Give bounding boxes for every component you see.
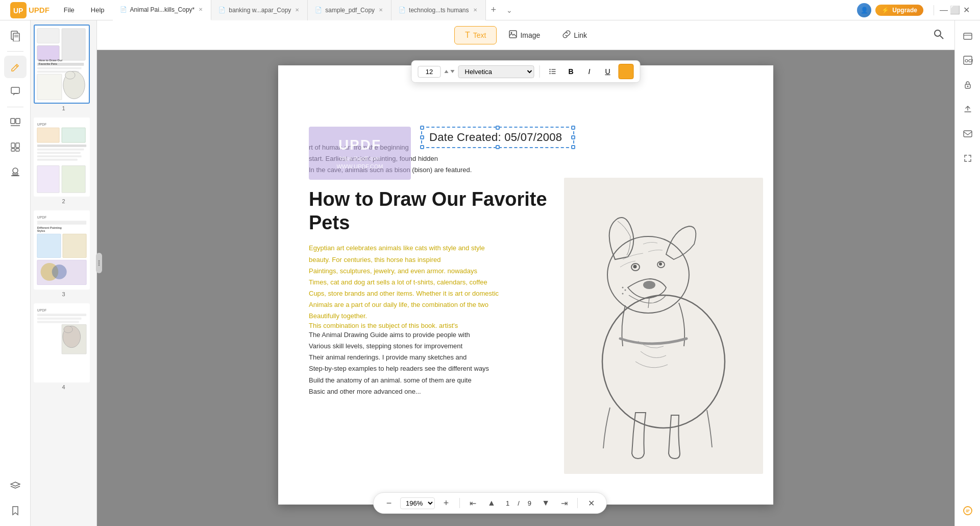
sidebar-icon-comment[interactable] — [4, 80, 27, 103]
tab-bar: 📄 Animal Pai...kills_Copy* ✕ 📄 banking w… — [113, 0, 851, 20]
menu-help[interactable]: Help — [83, 0, 113, 20]
tool-image-button[interactable]: Image — [499, 26, 550, 44]
close-button[interactable]: ✕ — [963, 7, 970, 14]
resize-handle-ml[interactable] — [420, 135, 424, 139]
sidebar-right-icon-mail[interactable] — [957, 123, 979, 145]
svg-marker-17 — [11, 482, 20, 486]
zoom-out-button[interactable]: − — [382, 496, 396, 510]
bar-separator-1 — [459, 498, 460, 508]
svg-rect-38 — [37, 159, 78, 161]
next-page-button[interactable]: ▼ — [538, 496, 553, 510]
resize-handle-mr[interactable] — [571, 135, 575, 139]
sidebar-icon-edit[interactable] — [4, 56, 27, 78]
tab-close-2[interactable]: ✕ — [378, 6, 384, 14]
tab-overflow-button[interactable]: ⌄ — [501, 6, 518, 14]
body-para4: Step-by-step examples to help readers se… — [309, 363, 564, 374]
tab-close-3[interactable]: ✕ — [472, 6, 478, 14]
maximize-button[interactable]: ⬜ — [951, 7, 959, 14]
sidebar-right-icon-layers[interactable] — [957, 25, 979, 47]
dog-image — [564, 178, 763, 474]
resize-handle-bl[interactable] — [420, 145, 424, 149]
sidebar-icon-pages[interactable] — [4, 25, 27, 47]
thumb-num-2: 2 — [34, 198, 93, 204]
prev-page-button[interactable]: ▲ — [484, 496, 499, 510]
main-area: How to Draw Our Favorite Pets 1 UPDF — [0, 20, 980, 526]
menu-file[interactable]: File — [56, 0, 83, 20]
resize-handle-bm[interactable] — [496, 145, 500, 149]
svg-point-74 — [643, 281, 655, 289]
tab-sample[interactable]: 📄 sample_pdf_Copy ✕ — [308, 0, 391, 20]
svg-rect-8 — [16, 118, 20, 124]
thumbnail-1[interactable]: How to Draw Our Favorite Pets 1 — [34, 25, 93, 111]
font-size-arrows[interactable] — [444, 69, 455, 74]
sidebar-right-icon-upload[interactable] — [957, 98, 979, 121]
sidebar-right-icon-ocr[interactable]: OCR — [957, 49, 979, 71]
sidebar-icon-stamp[interactable] — [4, 160, 27, 183]
updf-logo[interactable]: UP UPDF — [4, 2, 56, 18]
tab-animal[interactable]: 📄 Animal Pai...kills_Copy* ✕ — [113, 0, 212, 20]
panel-expand-handle[interactable] — [96, 253, 102, 273]
tab-close-1[interactable]: ✕ — [294, 6, 300, 14]
svg-rect-33 — [62, 128, 85, 142]
resize-handle-br[interactable] — [571, 145, 575, 149]
svg-point-70 — [549, 71, 550, 72]
tab-banking[interactable]: 📄 banking w...apar_Copy ✕ — [211, 0, 308, 20]
underline-button[interactable]: U — [600, 64, 616, 79]
sidebar-icon-pages2[interactable] — [4, 136, 27, 158]
watermark-www: WWW.UPDF.COM — [321, 163, 399, 170]
color-swatch[interactable] — [619, 64, 634, 79]
zoom-in-button[interactable]: + — [439, 496, 453, 510]
tool-text-button[interactable]: T Text — [454, 26, 497, 44]
thumbnail-4[interactable]: UPDF 4 — [34, 303, 93, 390]
svg-rect-19 — [37, 29, 59, 43]
thumbnail-3[interactable]: UPDF Different Painting Styles 3 — [34, 210, 93, 297]
date-textbox[interactable]: Date Created: 05/07/2008 — [421, 127, 574, 148]
user-avatar[interactable]: 👤 — [857, 3, 871, 17]
body-para2: Various skill levels, stepping stones fo… — [309, 341, 564, 352]
tool-link-button[interactable]: Link — [552, 26, 597, 44]
titlebar: UP UPDF File Help 📄 Animal Pai...kills_C… — [0, 0, 980, 20]
sidebar-right: OCR — [954, 20, 980, 526]
close-toolbar-button[interactable]: ✕ — [584, 496, 598, 510]
zoom-select[interactable]: 196% 100% 150% 200% — [400, 497, 435, 509]
current-page: 1 — [503, 499, 512, 507]
svg-point-71 — [549, 73, 550, 74]
svg-rect-88 — [964, 131, 972, 137]
tab-technology[interactable]: 📄 technolog...ts humans ✕ — [391, 0, 485, 20]
watermark-url: https://updf.com — [321, 155, 399, 161]
svg-point-60 — [99, 262, 100, 264]
sidebar-right-icon-lock[interactable] — [957, 74, 979, 96]
sidebar-icon-organize[interactable] — [4, 111, 27, 134]
page-indicator-group: 1 / 9 — [503, 499, 534, 507]
total-pages: 9 — [525, 499, 534, 507]
font-name-select[interactable]: Helvetica Arial Times New Roman — [458, 65, 534, 78]
upgrade-button[interactable]: ⚡ Upgrade — [875, 5, 923, 16]
first-page-button[interactable]: ⇤ — [466, 496, 480, 510]
bold-button[interactable]: B — [564, 64, 579, 79]
last-page-button[interactable]: ⇥ — [557, 496, 571, 510]
svg-rect-12 — [11, 149, 15, 151]
sidebar-icon-bookmark[interactable] — [4, 499, 27, 522]
font-size-input[interactable] — [418, 66, 441, 78]
body-para6: Basic and other more advanced one... — [309, 386, 564, 397]
svg-text:Styles: Styles — [37, 229, 45, 232]
search-top-icon[interactable] — [933, 29, 944, 40]
italic-button[interactable]: I — [582, 64, 597, 79]
sidebar-icon-layers[interactable] — [4, 475, 27, 497]
minimize-button[interactable]: — — [940, 7, 947, 14]
tab-close-0[interactable]: ✕ — [198, 6, 204, 13]
sidebar-right-icon-chat[interactable] — [957, 499, 979, 522]
tool-group-text: T Text Image Link — [446, 26, 605, 44]
resize-handle-tm[interactable] — [496, 126, 500, 130]
sidebar-right-icon-compress[interactable] — [957, 147, 979, 170]
svg-point-58 — [64, 326, 72, 332]
svg-point-72 — [602, 295, 725, 428]
svg-rect-36 — [37, 152, 81, 154]
resize-handle-tr[interactable] — [571, 126, 575, 130]
svg-text:UPDF: UPDF — [37, 216, 46, 219]
text-edit-toolbar: Helvetica Arial Times New Roman B I U — [411, 60, 641, 83]
resize-handle-tl[interactable] — [420, 126, 424, 130]
bullet-list-button[interactable] — [545, 64, 560, 79]
tab-add-button[interactable]: + — [486, 5, 502, 15]
thumbnail-2[interactable]: UPDF 2 — [34, 117, 93, 204]
